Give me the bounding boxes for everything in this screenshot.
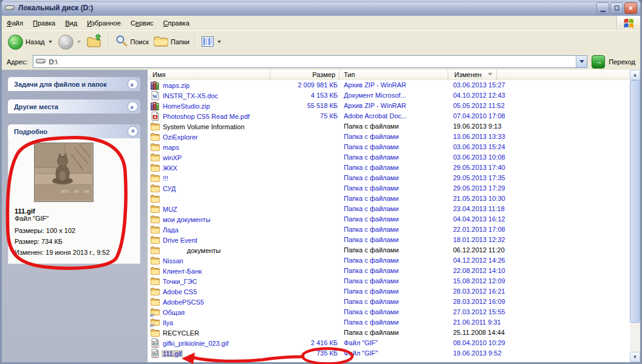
file-name[interactable]: Точки_ГЭС xyxy=(162,278,198,285)
scroll-up-button[interactable]: ▲ xyxy=(630,70,640,80)
go-button[interactable]: → xyxy=(592,55,605,69)
file-name[interactable]: документы xyxy=(162,247,222,254)
file-row[interactable]: OziExplorerПапка с файлами13.06.2013 13:… xyxy=(148,132,630,142)
file-row[interactable]: Точки_ГЭСПапка с файлами15.08.2012 12:09 xyxy=(148,276,630,286)
file-row[interactable]: MUZПапка с файлами23.04.2013 11:18 xyxy=(148,204,630,214)
file-name[interactable]: Photoshop CS5 Read Me.pdf xyxy=(162,113,251,120)
file-row[interactable]: WINSTR_TX-X5.doc4 153 КБДокумент Microso… xyxy=(148,90,630,101)
main-area: Задачи для файлов и папок » Другие места… xyxy=(2,70,640,362)
file-row[interactable]: Drive EventПапка с файлами18.01.2013 12:… xyxy=(148,235,630,245)
chevron-up-icon[interactable]: » xyxy=(128,126,138,136)
menu-item-файл[interactable]: Файл xyxy=(2,16,28,30)
file-row[interactable]: AdobePSCS5Папка с файлами28.03.2012 16:0… xyxy=(148,297,630,307)
views-button[interactable] xyxy=(199,35,225,49)
file-row[interactable]: СУДПапка с файлами29.05.2013 17:29 xyxy=(148,183,630,194)
file-row[interactable]: mapsПапка с файлами03.06.2013 15:24 xyxy=(148,142,630,152)
scrollbar-thumb[interactable] xyxy=(630,80,640,323)
file-row[interactable]: Папка с файлами21.05.2013 10:30 xyxy=(148,194,630,204)
file-name[interactable]: СУД xyxy=(162,185,177,192)
file-row[interactable]: maps.zip2 009 981 КБАрхив ZIP - WinRAR03… xyxy=(148,80,630,90)
file-row[interactable]: 111.gif735 КБФайл "GIF"19.06.2013 9:52 xyxy=(148,348,630,359)
file-row[interactable]: NissanПапка с файлами04.12.2012 14:26 xyxy=(148,255,630,266)
file-row[interactable]: ЖКХПапка с файлами29.05.2013 17:40 xyxy=(148,163,630,173)
file-name[interactable]: Nissan xyxy=(162,257,185,265)
file-name[interactable]: INSTR_TX-X5.doc xyxy=(162,92,219,99)
file-row[interactable]: документыПапка с файлами06.12.2012 11:20 xyxy=(148,245,630,255)
file-name[interactable]: 111.gif xyxy=(162,350,183,357)
file-row[interactable]: IlyaПапка с файлами21.06.2011 9:31 xyxy=(148,317,630,328)
file-name[interactable]: System Volume Information xyxy=(162,123,246,130)
panel-header-file-tasks[interactable]: Задачи для файлов и папок » xyxy=(8,77,140,91)
file-name[interactable]: Лада xyxy=(162,226,180,234)
file-name[interactable]: Drive Event xyxy=(162,237,199,244)
file-row[interactable]: ОбщаяПапка с файлами27.03.2012 15:55 xyxy=(148,307,630,317)
file-name[interactable]: HomeStudio.zip xyxy=(162,103,211,110)
forward-dropdown-icon[interactable] xyxy=(77,41,81,43)
up-button[interactable] xyxy=(84,33,105,51)
file-type: Папка с файлами xyxy=(344,215,398,223)
panel-header-other-places[interactable]: Другие места » xyxy=(8,99,140,113)
menu-item-справка[interactable]: Справка xyxy=(159,16,194,30)
file-name[interactable]: OziExplorer xyxy=(162,133,199,141)
vertical-scrollbar[interactable]: ▲ ▼ xyxy=(630,70,640,362)
file-name[interactable]: winXP xyxy=(162,154,183,161)
file-row[interactable]: Клиент-БанкПапка с файлами22.08.2012 14:… xyxy=(148,266,630,276)
menu-item-вид[interactable]: Вид xyxy=(60,16,82,30)
file-name[interactable]: Общая xyxy=(162,309,186,316)
file-name[interactable]: gifki_prikiolnie_023.gif xyxy=(162,340,230,347)
file-name[interactable]: MUZ xyxy=(162,206,179,213)
file-name[interactable]: maps xyxy=(162,144,180,151)
column-header-0[interactable]: Имя xyxy=(148,70,270,80)
views-dropdown-icon[interactable] xyxy=(217,41,221,43)
file-row[interactable]: gifki_prikiolnie_023.gif2 416 КБФайл "GI… xyxy=(148,338,630,348)
back-dropdown-icon[interactable] xyxy=(49,41,52,43)
file-type: Папка с файлами xyxy=(344,123,398,130)
file-name[interactable]: Ilya xyxy=(162,319,174,326)
file-name-cell: winXP xyxy=(150,152,183,163)
file-row[interactable]: winXPПапка с файлами03.06.2013 10:08 xyxy=(148,152,630,163)
folder-icon xyxy=(150,235,160,245)
file-type: Папка с файлами xyxy=(344,236,398,243)
minimize-button[interactable]: ▁ xyxy=(596,2,609,14)
file-row[interactable]: System Volume InformationПапка с файлами… xyxy=(148,121,630,132)
file-row[interactable]: ЛадаПапка с файлами22.01.2013 17:08 xyxy=(148,224,630,235)
file-name[interactable]: мои документы xyxy=(162,216,211,223)
menu-item-избранное[interactable]: Избранное xyxy=(82,16,126,30)
panel-other-places: Другие места » xyxy=(8,99,140,113)
panel-title: Задачи для файлов и папок xyxy=(14,81,128,88)
file-row[interactable]: HomeStudio.zip55 518 КБАрхив ZIP - WinRA… xyxy=(148,101,630,111)
file-row[interactable]: !!!Папка с файлами29.05.2013 17:35 xyxy=(148,173,630,183)
file-name[interactable]: Adobe CS5 xyxy=(162,288,198,295)
file-name-cell: OziExplorer xyxy=(150,132,199,142)
file-row[interactable]: мои документыПапка с файлами04.04.2013 1… xyxy=(148,214,630,224)
file-name[interactable]: Клиент-Банк xyxy=(162,268,203,275)
search-label: Поиск xyxy=(131,38,149,46)
chevron-down-icon[interactable]: » xyxy=(128,79,138,89)
file-name[interactable]: maps.zip xyxy=(162,82,191,89)
column-header-2[interactable]: Тип xyxy=(340,70,448,80)
maximize-button[interactable]: ☐ xyxy=(610,2,623,14)
file-row[interactable]: Photoshop CS5 Read Me.pdf75 КБAdobe Acro… xyxy=(148,111,630,121)
file-name[interactable]: ЖКХ xyxy=(162,164,179,172)
address-dropdown-button[interactable] xyxy=(576,56,587,67)
menu-item-правка[interactable]: Правка xyxy=(28,16,60,30)
folders-button[interactable]: Папки xyxy=(151,34,192,50)
column-header-1[interactable]: Размер xyxy=(270,70,340,80)
scroll-down-button[interactable]: ▼ xyxy=(630,352,640,362)
back-button[interactable]: ← Назад xyxy=(5,33,56,51)
close-button[interactable]: ✕ xyxy=(624,2,637,14)
column-header-3[interactable]: Изменен xyxy=(448,70,497,80)
file-name[interactable]: !!! xyxy=(162,175,169,182)
address-input[interactable]: D:\ xyxy=(33,55,588,68)
panel-header-details[interactable]: Подробно » xyxy=(8,124,140,138)
file-type: Файл "GIF" xyxy=(344,339,378,346)
file-type: Adobe Acrobat Doc... xyxy=(344,112,407,120)
file-name[interactable]: RECYCLER xyxy=(162,329,200,337)
file-row[interactable]: Adobe CS5Папка с файлами28.03.2012 16:21 xyxy=(148,286,630,297)
search-button[interactable]: Поиск xyxy=(112,33,151,50)
file-row[interactable]: RECYCLERПапка с файлами25.11.2008 14:44 xyxy=(148,328,630,338)
chevron-down-icon[interactable]: » xyxy=(128,101,138,112)
menu-item-сервис[interactable]: Сервис xyxy=(126,16,159,30)
forward-button[interactable]: → xyxy=(56,33,84,51)
file-name[interactable]: AdobePSCS5 xyxy=(162,298,205,306)
